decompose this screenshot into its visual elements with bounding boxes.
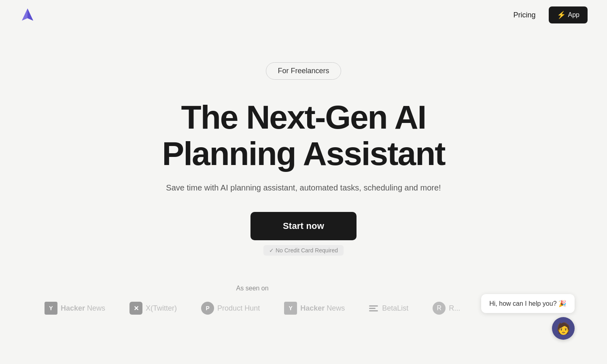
product-hunt-icon: P [201, 302, 214, 315]
hacker-news-icon: Y [45, 302, 57, 315]
nav-right: Pricing ⚡ App [514, 6, 588, 23]
pricing-link[interactable]: Pricing [514, 11, 536, 19]
hero-subtitle: Save time with AI planning assistant, au… [166, 183, 441, 193]
logo-area [19, 7, 36, 23]
list-item: R R... [433, 302, 460, 315]
hero-title-line1: The Next-Gen AI [181, 99, 426, 135]
x-twitter-label: X(Twitter) [146, 304, 177, 313]
as-seen-label: As seen on [45, 285, 460, 292]
x-twitter-icon: ✕ [129, 302, 142, 315]
betalist-icon [369, 305, 378, 311]
bolt-icon: ⚡ [557, 11, 566, 19]
chat-widget: Hi, how can I help you? 🎉 🧑 [481, 294, 575, 340]
hero-section: For Freelancers The Next-Gen AI Planning… [0, 30, 607, 315]
product-hunt-label: Product Hunt [217, 304, 260, 313]
reddit-label: R... [449, 304, 460, 313]
freelancers-badge: For Freelancers [266, 62, 341, 80]
hacker-news-2-label: Hacker News [300, 304, 345, 313]
app-label: App [568, 11, 579, 19]
hero-title-line2: Planning Assistant [162, 135, 445, 172]
list-item: Y Hacker News [284, 302, 345, 315]
no-credit-label: ✓ No Credit Card Required [263, 245, 344, 256]
app-button[interactable]: ⚡ App [549, 6, 588, 23]
hero-title: The Next-Gen AI Planning Assistant [162, 99, 445, 172]
chat-avatar-button[interactable]: 🧑 [552, 317, 575, 340]
list-item: BetaList [369, 304, 408, 313]
hacker-news-2-icon: Y [284, 302, 297, 315]
logos-row: Y Hacker News ✕ X(Twitter) P Product Hun… [45, 302, 460, 315]
betalist-label: BetaList [382, 304, 408, 313]
list-item: ✕ X(Twitter) [129, 302, 177, 315]
chat-bubble: Hi, how can I help you? 🎉 [481, 294, 575, 313]
navbar: Pricing ⚡ App [0, 0, 607, 30]
list-item: P Product Hunt [201, 302, 260, 315]
as-seen-on-section: As seen on Y Hacker News ✕ X(Twitter) P … [0, 285, 460, 315]
svg-marker-1 [28, 8, 33, 21]
list-item: Y Hacker News [45, 302, 105, 315]
reddit-icon: R [433, 302, 446, 315]
cta-wrapper: Start now ✓ No Credit Card Required [250, 212, 357, 256]
logo-icon [19, 7, 36, 23]
hacker-news-label: Hacker News [61, 304, 105, 313]
start-now-button[interactable]: Start now [250, 212, 357, 240]
